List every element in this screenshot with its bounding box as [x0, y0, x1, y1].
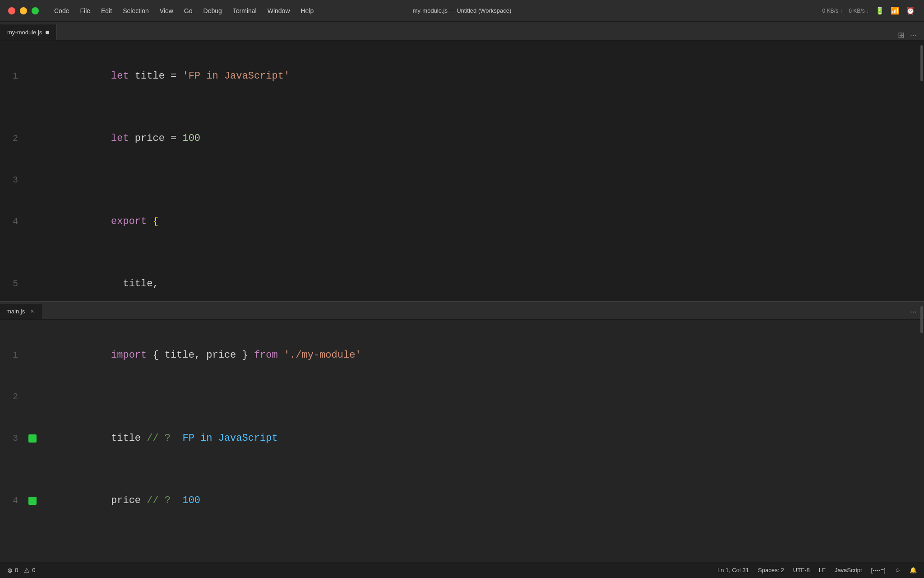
bottom-scrollbar[interactable] [919, 302, 924, 562]
menu-window[interactable]: Window [263, 5, 295, 16]
line-content-3 [38, 170, 57, 191]
status-encoding[interactable]: UTF-8 [793, 567, 810, 573]
line-number-1: 1 [0, 66, 27, 87]
varname-title: title = [135, 70, 183, 82]
status-spaces[interactable]: Spaces: 2 [758, 567, 784, 573]
status-right: Ln 1, Col 31 Spaces: 2 UTF-8 LF JavaScri… [717, 567, 917, 573]
bottom-line-content-2 [38, 387, 57, 407]
kw-from: from [254, 350, 284, 361]
str-mymodule: './my-module' [284, 350, 361, 361]
bottom-tab-filename: main.js [6, 308, 25, 315]
bottom-line-number-4: 4 [0, 490, 27, 511]
code-line-3: 3 [0, 170, 924, 191]
str-fp: 'FP in JavaScript' [182, 70, 290, 82]
varname-price: price = [135, 133, 183, 144]
code-area-bottom[interactable]: 1 import { title, price } from './my-mod… [0, 320, 924, 536]
title-ref: title [111, 433, 147, 444]
eval-title: FP in JavaScript [176, 433, 277, 444]
status-language[interactable]: JavaScript [835, 567, 862, 573]
more-actions-icon[interactable]: ··· [910, 31, 917, 40]
bottom-gutter-4 [27, 497, 38, 505]
line-number-3: 3 [0, 170, 27, 191]
code-line-1: 1 let title = 'FP in JavaScript' [0, 45, 924, 107]
code-line-2: 2 let price = 100 [0, 107, 924, 170]
status-indent[interactable]: [----=] [871, 567, 886, 573]
kw-export: export [111, 216, 152, 227]
minimize-button[interactable] [20, 7, 27, 14]
battery-icon: 🔋 [875, 6, 884, 15]
bottom-code-line-3: 3 title // ? FP in JavaScript [0, 407, 924, 470]
top-tab-filename: my-module.js [7, 29, 42, 36]
bottom-code-line-1: 1 import { title, price } from './my-mod… [0, 324, 924, 387]
eval-price: 100 [176, 495, 200, 506]
more-dots-icon[interactable]: ··· [910, 304, 917, 319]
wifi-icon: 📶 [891, 6, 900, 15]
bottom-scrollbar-thumb[interactable] [920, 306, 923, 333]
tab-bar-actions: ⊞ ··· [898, 30, 924, 40]
status-bar: ⊗ 0 ⚠ 0 Ln 1, Col 31 Spaces: 2 UTF-8 LF … [0, 562, 924, 578]
bottom-line-number-3: 3 [0, 428, 27, 449]
menu-edit[interactable]: Edit [97, 5, 116, 16]
code-line-4: 4 export { [0, 191, 924, 253]
menu-help[interactable]: Help [296, 5, 319, 16]
bottom-line-number-2: 2 [0, 387, 27, 407]
status-ln-col[interactable]: Ln 1, Col 31 [717, 567, 749, 573]
menu-selection[interactable]: Selection [118, 5, 153, 16]
bottom-line-content-3: title // ? FP in JavaScript [38, 407, 278, 470]
line-content-4: export { [38, 191, 159, 253]
menu-terminal[interactable]: Terminal [228, 5, 261, 16]
bottom-pane-tab-bar: main.js ✕ ··· [0, 302, 924, 320]
top-scrollbar[interactable] [919, 41, 924, 301]
bottom-line-content-4: price // ? 100 [38, 470, 200, 532]
menu-file[interactable]: File [75, 5, 95, 16]
split-editor-icon[interactable]: ⊞ [898, 30, 905, 40]
bottom-line-content-1: import { title, price } from './my-modul… [38, 324, 361, 387]
tab-close-button[interactable]: ✕ [28, 308, 36, 315]
notification-bell-icon[interactable]: 🔔 [910, 567, 917, 573]
traffic-lights [0, 7, 45, 14]
price-ref: price [111, 495, 147, 506]
line-content-5: title, [38, 253, 159, 302]
menu-view[interactable]: View [155, 5, 178, 16]
code-area-top[interactable]: 1 let title = 'FP in JavaScript' 2 let p… [0, 41, 924, 302]
debug-green-dot-3 [28, 434, 37, 443]
line-number-5: 5 [0, 274, 27, 294]
import-destructure: { title, price } [152, 350, 254, 361]
error-icon: ⊗ [7, 567, 13, 574]
editor-pane-top: 1 let title = 'FP in JavaScript' 2 let p… [0, 41, 924, 302]
top-scrollbar-thumb[interactable] [920, 45, 923, 81]
status-errors[interactable]: ⊗ 0 ⚠ 0 [7, 567, 35, 574]
status-line-ending[interactable]: LF [819, 567, 826, 573]
fullscreen-button[interactable] [32, 7, 39, 14]
num-100: 100 [182, 133, 200, 144]
smiley-icon[interactable]: ☺ [895, 567, 901, 573]
title-bar-right: 0 KB/s ↑ 0 KB/s ↓ 🔋 📶 ⏰ [822, 6, 924, 15]
clock-icon: ⏰ [906, 6, 915, 15]
menu-go[interactable]: Go [180, 5, 197, 16]
export-title: title, [111, 278, 159, 289]
line-number-4: 4 [0, 211, 27, 232]
debug-green-dot-4 [28, 497, 37, 505]
code-line-5: 5 title, [0, 253, 924, 302]
bottom-code-line-2: 2 [0, 387, 924, 407]
comment-4: // ? [147, 495, 176, 506]
editor-pane-bottom: main.js ✕ ··· 1 import { title, price } … [0, 302, 924, 562]
top-tab-my-module[interactable]: my-module.js [0, 24, 57, 40]
bottom-line-number-1: 1 [0, 345, 27, 366]
line-number-2: 2 [0, 128, 27, 149]
warning-count: 0 [32, 567, 35, 573]
menu-code[interactable]: Code [50, 5, 74, 16]
bottom-gutter-3 [27, 434, 38, 443]
warning-icon: ⚠ [24, 567, 30, 574]
window-title: my-module.js — Untitled (Workspace) [413, 7, 512, 14]
menu-debug[interactable]: Debug [199, 5, 226, 16]
brace-open: { [152, 216, 158, 227]
bottom-code-line-4: 4 price // ? 100 [0, 470, 924, 532]
kw-let-2: let [111, 133, 135, 144]
bottom-tab-main[interactable]: main.js ✕ [0, 304, 42, 319]
kw-let-1: let [111, 70, 135, 82]
network-up: 0 KB/s ↑ [822, 8, 843, 14]
editor-container: 1 let title = 'FP in JavaScript' 2 let p… [0, 41, 924, 562]
close-button[interactable] [8, 7, 15, 14]
top-tab-bar: my-module.js ⊞ ··· [0, 22, 924, 41]
